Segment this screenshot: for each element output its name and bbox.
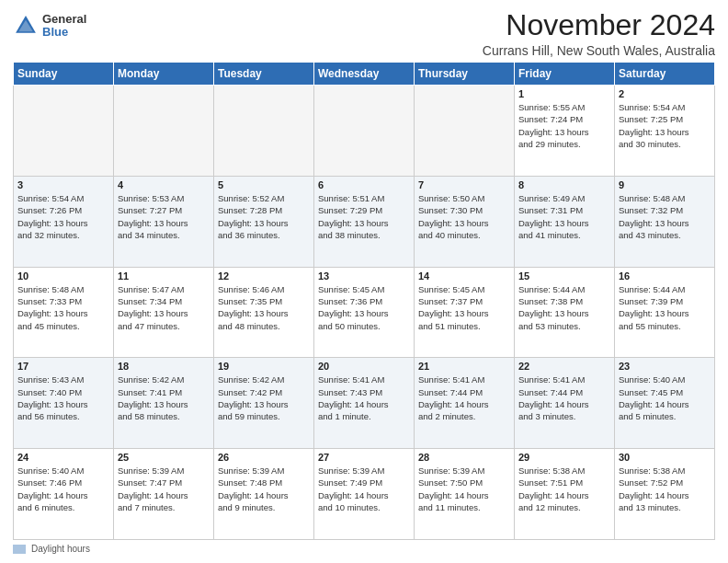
calendar-header-friday: Friday: [515, 63, 615, 86]
day-info: Sunrise: 5:53 AM Sunset: 7:27 PM Dayligh…: [118, 192, 210, 241]
calendar-day-cell: 11Sunrise: 5:47 AM Sunset: 7:34 PM Dayli…: [114, 267, 214, 358]
day-info: Sunrise: 5:41 AM Sunset: 7:43 PM Dayligh…: [318, 373, 410, 422]
day-number: 28: [418, 452, 510, 463]
day-info: Sunrise: 5:45 AM Sunset: 7:36 PM Dayligh…: [318, 283, 410, 332]
day-number: 8: [518, 179, 610, 190]
legend-color: [13, 545, 26, 554]
calendar-day-cell: 23Sunrise: 5:40 AM Sunset: 7:45 PM Dayli…: [615, 358, 715, 449]
day-info: Sunrise: 5:54 AM Sunset: 7:26 PM Dayligh…: [17, 192, 109, 241]
day-number: 16: [619, 270, 711, 282]
day-info: Sunrise: 5:52 AM Sunset: 7:28 PM Dayligh…: [218, 192, 310, 241]
day-info: Sunrise: 5:39 AM Sunset: 7:47 PM Dayligh…: [118, 465, 210, 513]
day-number: 20: [318, 361, 410, 372]
day-number: 22: [518, 361, 610, 372]
calendar-day-cell: 29Sunrise: 5:38 AM Sunset: 7:51 PM Dayli…: [515, 449, 615, 540]
logo-text: General Blue: [42, 13, 86, 40]
calendar-day-cell: 20Sunrise: 5:41 AM Sunset: 7:43 PM Dayli…: [314, 358, 415, 449]
day-number: 13: [318, 270, 410, 282]
calendar-day-cell: 18Sunrise: 5:42 AM Sunset: 7:41 PM Dayli…: [114, 358, 214, 449]
title-block: November 2024 Currans Hill, New South Wa…: [483, 9, 715, 58]
calendar-week-row: 1Sunrise: 5:55 AM Sunset: 7:24 PM Daylig…: [14, 86, 715, 177]
day-number: 15: [518, 270, 610, 282]
day-number: 12: [218, 270, 310, 282]
day-info: Sunrise: 5:48 AM Sunset: 7:32 PM Dayligh…: [619, 192, 711, 241]
day-info: Sunrise: 5:55 AM Sunset: 7:24 PM Dayligh…: [518, 101, 610, 150]
calendar-day-cell: 26Sunrise: 5:39 AM Sunset: 7:48 PM Dayli…: [214, 449, 314, 540]
calendar-day-cell: 19Sunrise: 5:42 AM Sunset: 7:42 PM Dayli…: [214, 358, 314, 449]
day-info: Sunrise: 5:41 AM Sunset: 7:44 PM Dayligh…: [418, 373, 510, 422]
calendar-day-cell: [415, 86, 515, 177]
day-number: 4: [118, 179, 210, 190]
legend: Daylight hours: [13, 544, 715, 554]
day-number: 5: [218, 179, 310, 190]
calendar-day-cell: 22Sunrise: 5:41 AM Sunset: 7:44 PM Dayli…: [515, 358, 615, 449]
day-number: 6: [318, 179, 410, 190]
day-info: Sunrise: 5:40 AM Sunset: 7:46 PM Dayligh…: [17, 465, 109, 513]
logo-general: General: [42, 13, 86, 26]
header: General Blue November 2024 Currans Hill,…: [13, 9, 715, 58]
page: General Blue November 2024 Currans Hill,…: [0, 0, 728, 563]
calendar-header-tuesday: Tuesday: [214, 63, 314, 86]
calendar-day-cell: 5Sunrise: 5:52 AM Sunset: 7:28 PM Daylig…: [214, 176, 314, 267]
day-info: Sunrise: 5:54 AM Sunset: 7:25 PM Dayligh…: [619, 101, 711, 150]
day-number: 7: [418, 179, 510, 190]
day-number: 27: [318, 452, 410, 463]
day-number: 29: [518, 452, 610, 463]
calendar-day-cell: 24Sunrise: 5:40 AM Sunset: 7:46 PM Dayli…: [14, 449, 114, 540]
calendar-day-cell: [14, 86, 114, 177]
day-info: Sunrise: 5:46 AM Sunset: 7:35 PM Dayligh…: [218, 283, 310, 332]
calendar-header-thursday: Thursday: [415, 63, 515, 86]
calendar-day-cell: 4Sunrise: 5:53 AM Sunset: 7:27 PM Daylig…: [114, 176, 214, 267]
calendar-day-cell: 13Sunrise: 5:45 AM Sunset: 7:36 PM Dayli…: [314, 267, 415, 358]
day-number: 9: [619, 179, 711, 190]
calendar-week-row: 24Sunrise: 5:40 AM Sunset: 7:46 PM Dayli…: [14, 449, 715, 540]
calendar-day-cell: 28Sunrise: 5:39 AM Sunset: 7:50 PM Dayli…: [415, 449, 515, 540]
day-number: 24: [17, 452, 109, 463]
calendar-day-cell: [214, 86, 314, 177]
calendar-day-cell: 12Sunrise: 5:46 AM Sunset: 7:35 PM Dayli…: [214, 267, 314, 358]
calendar-day-cell: 2Sunrise: 5:54 AM Sunset: 7:25 PM Daylig…: [615, 86, 715, 177]
day-info: Sunrise: 5:40 AM Sunset: 7:45 PM Dayligh…: [619, 373, 711, 422]
day-info: Sunrise: 5:38 AM Sunset: 7:51 PM Dayligh…: [518, 465, 610, 513]
day-info: Sunrise: 5:44 AM Sunset: 7:39 PM Dayligh…: [619, 283, 711, 332]
calendar-table: SundayMondayTuesdayWednesdayThursdayFrid…: [13, 62, 715, 540]
day-info: Sunrise: 5:50 AM Sunset: 7:30 PM Dayligh…: [418, 192, 510, 241]
calendar-header-wednesday: Wednesday: [314, 63, 415, 86]
calendar-header-row: SundayMondayTuesdayWednesdayThursdayFrid…: [14, 63, 715, 86]
month-title: November 2024: [483, 9, 715, 41]
day-info: Sunrise: 5:43 AM Sunset: 7:40 PM Dayligh…: [17, 373, 109, 422]
day-info: Sunrise: 5:39 AM Sunset: 7:50 PM Dayligh…: [418, 465, 510, 513]
day-info: Sunrise: 5:38 AM Sunset: 7:52 PM Dayligh…: [619, 465, 711, 513]
day-number: 14: [418, 270, 510, 282]
day-info: Sunrise: 5:49 AM Sunset: 7:31 PM Dayligh…: [518, 192, 610, 241]
calendar-header-sunday: Sunday: [14, 63, 114, 86]
calendar-day-cell: 16Sunrise: 5:44 AM Sunset: 7:39 PM Dayli…: [615, 267, 715, 358]
day-number: 25: [118, 452, 210, 463]
calendar-week-row: 17Sunrise: 5:43 AM Sunset: 7:40 PM Dayli…: [14, 358, 715, 449]
day-number: 23: [619, 361, 711, 372]
calendar-day-cell: [114, 86, 214, 177]
calendar-day-cell: 14Sunrise: 5:45 AM Sunset: 7:37 PM Dayli…: [415, 267, 515, 358]
calendar-day-cell: [314, 86, 415, 177]
calendar-day-cell: 15Sunrise: 5:44 AM Sunset: 7:38 PM Dayli…: [515, 267, 615, 358]
day-number: 26: [218, 452, 310, 463]
day-info: Sunrise: 5:42 AM Sunset: 7:42 PM Dayligh…: [218, 373, 310, 422]
calendar-week-row: 3Sunrise: 5:54 AM Sunset: 7:26 PM Daylig…: [14, 176, 715, 267]
legend-label: Daylight hours: [31, 544, 90, 554]
logo-blue: Blue: [42, 26, 86, 39]
calendar-day-cell: 27Sunrise: 5:39 AM Sunset: 7:49 PM Dayli…: [314, 449, 415, 540]
day-info: Sunrise: 5:44 AM Sunset: 7:38 PM Dayligh…: [518, 283, 610, 332]
subtitle: Currans Hill, New South Wales, Australia: [483, 43, 715, 58]
day-number: 2: [619, 88, 711, 99]
day-number: 18: [118, 361, 210, 372]
calendar-day-cell: 1Sunrise: 5:55 AM Sunset: 7:24 PM Daylig…: [515, 86, 615, 177]
day-info: Sunrise: 5:41 AM Sunset: 7:44 PM Dayligh…: [518, 373, 610, 422]
calendar-day-cell: 21Sunrise: 5:41 AM Sunset: 7:44 PM Dayli…: [415, 358, 515, 449]
calendar-day-cell: 9Sunrise: 5:48 AM Sunset: 7:32 PM Daylig…: [615, 176, 715, 267]
calendar-day-cell: 8Sunrise: 5:49 AM Sunset: 7:31 PM Daylig…: [515, 176, 615, 267]
calendar-day-cell: 30Sunrise: 5:38 AM Sunset: 7:52 PM Dayli…: [615, 449, 715, 540]
day-number: 17: [17, 361, 109, 372]
day-info: Sunrise: 5:48 AM Sunset: 7:33 PM Dayligh…: [17, 283, 109, 332]
calendar-day-cell: 3Sunrise: 5:54 AM Sunset: 7:26 PM Daylig…: [14, 176, 114, 267]
day-info: Sunrise: 5:42 AM Sunset: 7:41 PM Dayligh…: [118, 373, 210, 422]
